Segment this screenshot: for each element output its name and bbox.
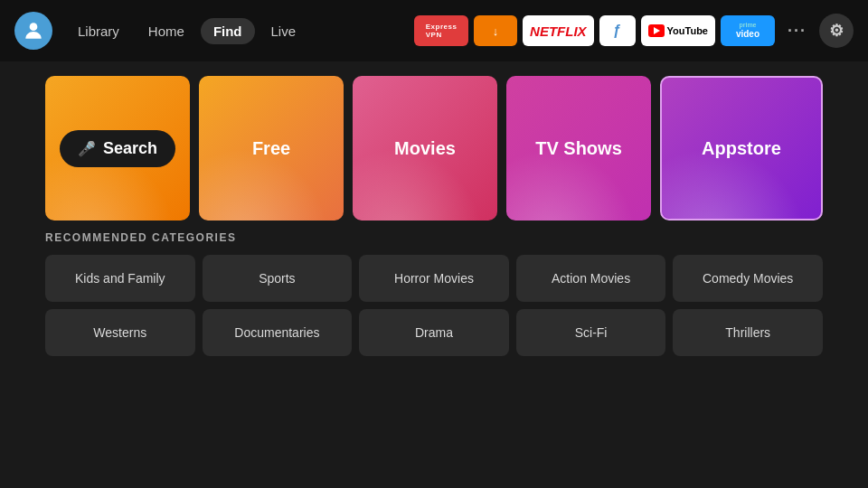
category-item-westerns[interactable]: Westerns xyxy=(45,309,195,356)
category-item-horror-movies[interactable]: Horror Movies xyxy=(359,255,509,302)
avatar[interactable] xyxy=(14,12,52,50)
nav-live[interactable]: Live xyxy=(259,18,309,44)
movies-tile[interactable]: Movies xyxy=(353,76,497,221)
more-apps-button[interactable]: ··· xyxy=(780,15,814,46)
tvshows-tile[interactable]: TV Shows xyxy=(506,76,651,221)
appstore-tile[interactable]: Appstore xyxy=(660,76,823,221)
category-item-sports[interactable]: Sports xyxy=(203,255,353,302)
search-tile[interactable]: 🎤 Search xyxy=(45,76,190,221)
category-item-action-movies[interactable]: Action Movies xyxy=(516,255,666,302)
free-label: Free xyxy=(252,138,290,159)
category-item-kids-and-family[interactable]: Kids and Family xyxy=(45,255,195,302)
tvshows-label: TV Shows xyxy=(535,138,622,159)
nav-library[interactable]: Library xyxy=(65,18,132,44)
mic-icon: 🎤 xyxy=(78,140,96,157)
primevideo-icon[interactable]: prime video xyxy=(721,15,775,46)
netflix-icon[interactable]: NETFLIX xyxy=(523,15,594,46)
svg-point-0 xyxy=(30,23,38,31)
category-item-sci-fi[interactable]: Sci-Fi xyxy=(516,309,666,356)
category-item-drama[interactable]: Drama xyxy=(359,309,509,356)
free-tile[interactable]: Free xyxy=(199,76,344,221)
movies-label: Movies xyxy=(394,138,456,159)
downloader-icon[interactable]: ↓ xyxy=(474,15,517,46)
categories-title: RECOMMENDED CATEGORIES xyxy=(45,231,823,244)
categories-section: RECOMMENDED CATEGORIES Kids and FamilySp… xyxy=(0,231,868,356)
top-nav: Library Home Find Live ExpressVPN ↓ NETF… xyxy=(0,0,868,61)
category-item-thrillers[interactable]: Thrillers xyxy=(673,309,823,356)
nav-home[interactable]: Home xyxy=(136,18,197,44)
feather-app-icon[interactable]: ƒ xyxy=(599,15,636,46)
settings-button[interactable]: ⚙ xyxy=(819,14,854,48)
category-item-documentaries[interactable]: Documentaries xyxy=(203,309,353,356)
category-item-comedy-movies[interactable]: Comedy Movies xyxy=(673,255,823,302)
main-tiles: 🎤 Search Free Movies TV Shows Appstore xyxy=(0,61,868,231)
appstore-label: Appstore xyxy=(702,138,781,159)
youtube-icon[interactable]: YouTube xyxy=(641,15,715,46)
search-button[interactable]: 🎤 Search xyxy=(60,130,175,167)
search-label: Search xyxy=(103,139,157,158)
categories-grid: Kids and FamilySportsHorror MoviesAction… xyxy=(45,255,823,356)
nav-find[interactable]: Find xyxy=(201,18,255,44)
app-icons-bar: ExpressVPN ↓ NETFLIX ƒ YouTube prime vid… xyxy=(414,14,854,48)
expressvpn-icon[interactable]: ExpressVPN xyxy=(414,15,468,46)
nav-links: Library Home Find Live xyxy=(65,18,308,44)
